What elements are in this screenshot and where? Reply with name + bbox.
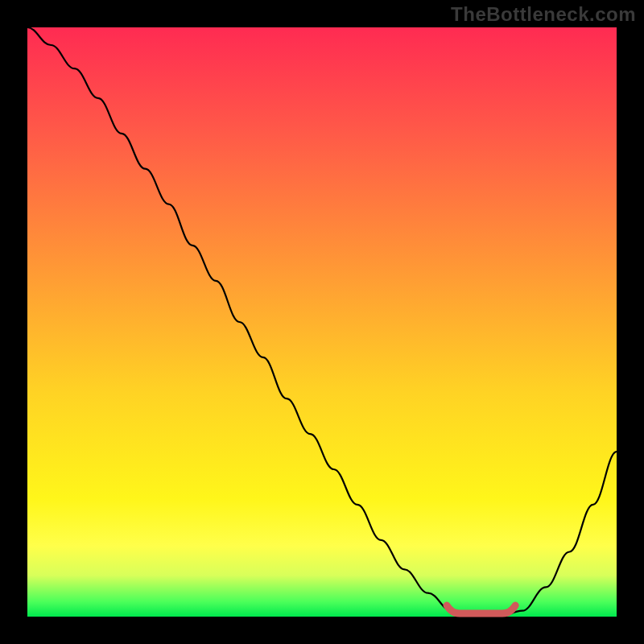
plot-area xyxy=(27,27,617,617)
bottleneck-curve-line xyxy=(27,27,617,617)
watermark-text: TheBottleneck.com xyxy=(451,3,636,26)
chart-frame: TheBottleneck.com xyxy=(0,0,644,644)
curve-svg xyxy=(27,27,617,617)
highlight-segment xyxy=(447,605,515,613)
